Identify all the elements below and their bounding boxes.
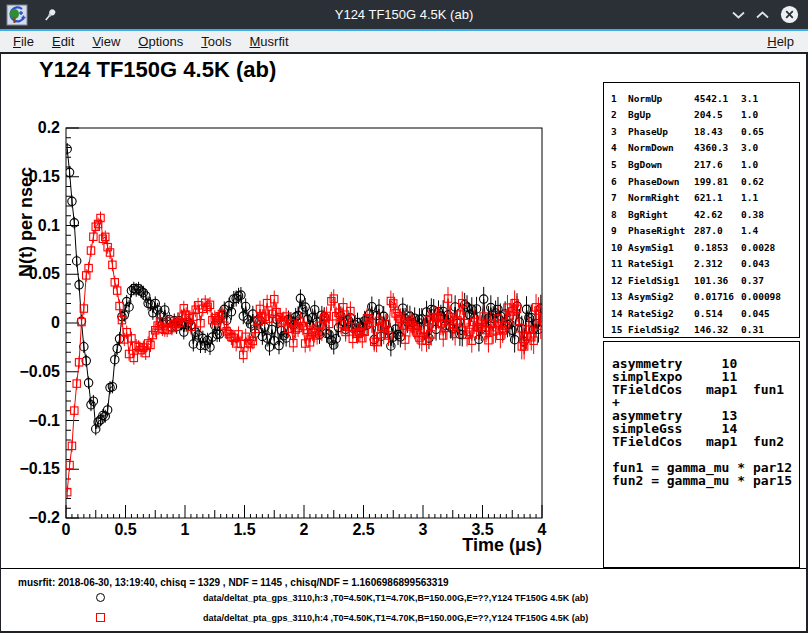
menu-item-file[interactable]: File <box>4 32 43 51</box>
square-marker-icon <box>96 613 105 622</box>
svg-text:−0.1: −0.1 <box>28 412 60 429</box>
menu-item-musrfit[interactable]: Musrfit <box>241 32 298 51</box>
title-bar[interactable]: Y124 TF150G 4.5K (ab) <box>0 0 808 29</box>
svg-text:−0.05: −0.05 <box>20 363 61 380</box>
window-title: Y124 TF150G 4.5K (ab) <box>0 7 808 22</box>
data-series-h4 <box>63 212 544 499</box>
theory-lines: asymmetry 10 simplExpo 11 TFieldCos map1… <box>612 357 799 448</box>
svg-text:Time (μs): Time (μs) <box>462 535 542 555</box>
fit-status-line: musrfit: 2018-06-30, 13:19:40, chisq = 1… <box>18 577 449 588</box>
function-lines: fun1 = gamma_mu * par12 fun2 = gamma_mu … <box>612 461 799 487</box>
svg-text:N(t) per nsec: N(t) per nsec <box>16 167 36 277</box>
svg-text:3: 3 <box>419 521 428 538</box>
svg-text:−0.15: −0.15 <box>20 460 61 477</box>
application-window: Y124 TF150G 4.5K (ab) FileEditViewOption… <box>0 0 808 633</box>
parameter-row: 6PhaseDown199.810.62 <box>604 173 799 190</box>
svg-text:1.5: 1.5 <box>233 521 255 538</box>
parameter-row: 11RateSig12.3120.043 <box>604 255 799 272</box>
parameter-row: 9PhaseRight287.01.4 <box>604 222 799 239</box>
parameter-row: 7NormRight621.11.1 <box>604 189 799 206</box>
menu-item-options[interactable]: Options <box>129 32 192 51</box>
pin-icon[interactable] <box>42 7 58 23</box>
svg-text:2: 2 <box>300 521 309 538</box>
parameter-row: 13AsymSig20.017160.00098 <box>604 289 799 306</box>
svg-text:0: 0 <box>51 314 60 331</box>
canvas-frame: 00.511.522.533.540.20.150.10.050−0.05−0.… <box>0 52 808 633</box>
parameter-table: 1NormUp4542.13.12BgUp204.51.03PhaseUp18.… <box>603 82 800 338</box>
legend-label: data/deltat_pta_gps_3110,h:3 ,T0=4.50K,T… <box>203 593 588 603</box>
legend-item: data/deltat_pta_gps_3110,h:3 ,T0=4.50K,T… <box>1 593 806 605</box>
parameter-row: 3PhaseUp18.430.65 <box>604 123 799 140</box>
parameter-row: 1NormUp4542.13.1 <box>604 90 799 107</box>
svg-text:−0.2: −0.2 <box>28 509 60 526</box>
close-button[interactable] <box>780 5 799 24</box>
parameter-row: 12FieldSig1101.360.37 <box>604 272 799 289</box>
svg-text:0: 0 <box>62 521 71 538</box>
menu-item-tools[interactable]: Tools <box>192 32 240 51</box>
root-app-icon[interactable] <box>6 4 28 26</box>
menu-bar: FileEditViewOptionsToolsMusrfitHelp <box>0 31 808 52</box>
minimize-button[interactable] <box>732 11 745 19</box>
maximize-button[interactable] <box>756 11 769 19</box>
parameter-row: 14RateSig20.5140.045 <box>604 305 799 322</box>
plot-title: Y124 TF150G 4.5K (ab) <box>39 57 276 83</box>
legend-label: data/deltat_pta_gps_3110,h:4 ,T0=4.50K,T… <box>203 613 588 623</box>
info-pad: musrfit: 2018-06-30, 13:19:40, chisq = 1… <box>1 568 806 631</box>
menu-item-view[interactable]: View <box>83 32 129 51</box>
menu-item-edit[interactable]: Edit <box>43 32 83 51</box>
parameter-row: 15FieldSig2146.320.31 <box>604 322 799 339</box>
svg-text:1: 1 <box>181 521 190 538</box>
menu-item-help[interactable]: Help <box>757 32 804 51</box>
parameter-row: 5BgDown217.61.0 <box>604 156 799 173</box>
parameter-row: 8BgRight42.620.38 <box>604 206 799 223</box>
svg-text:2.5: 2.5 <box>352 521 374 538</box>
parameter-row: 2BgUp204.51.0 <box>604 107 799 124</box>
svg-text:0.5: 0.5 <box>114 521 136 538</box>
circle-marker-icon <box>96 593 105 602</box>
legend-item: data/deltat_pta_gps_3110,h:4 ,T0=4.50K,T… <box>1 613 806 625</box>
theory-box: asymmetry 10 simplExpo 11 TFieldCos map1… <box>603 341 800 568</box>
svg-text:0.1: 0.1 <box>38 217 60 234</box>
parameter-row: 4NormDown4360.33.0 <box>604 140 799 157</box>
svg-text:0.2: 0.2 <box>38 119 60 136</box>
data-series-h3 <box>63 143 545 435</box>
root-canvas: 00.511.522.533.540.20.150.10.050−0.05−0.… <box>1 54 806 631</box>
parameter-row: 10AsymSig10.18530.0028 <box>604 239 799 256</box>
